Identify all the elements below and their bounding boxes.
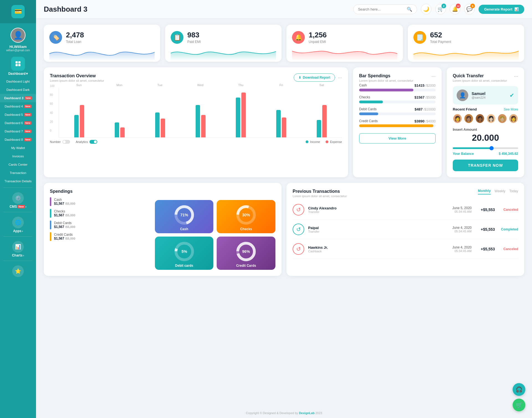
cash-amount: $1415 xyxy=(415,83,424,88)
svg-text:71%: 71% xyxy=(180,213,188,217)
debit-total: /$10000 xyxy=(424,107,436,111)
chart-bar-icon: 📊 xyxy=(514,7,519,11)
credit-vert-bar xyxy=(50,232,51,241)
svg-rect-3 xyxy=(18,64,21,66)
sidebar-section-charts[interactable]: 📊 Charts › xyxy=(0,239,36,258)
cms-label[interactable]: CMS New › xyxy=(10,205,27,209)
cash-donut-chart: 71% xyxy=(173,204,195,226)
transaction-more-button[interactable]: ··· xyxy=(338,75,342,81)
friend-avatar-5[interactable]: 👩🏼 xyxy=(497,114,507,124)
donut-debit: 5% Debit cards xyxy=(155,237,214,270)
trans-date-2: June 4, 2020 05:34:45 AM xyxy=(323,226,472,233)
trans-amount-1: +$5,553 xyxy=(475,207,495,212)
credit-total: /$4000 xyxy=(425,119,436,123)
friend-avatar-3[interactable]: 👩🏾 xyxy=(475,114,485,124)
download-report-button[interactable]: ⬇ Download Report xyxy=(294,73,335,82)
unpaid-emi-icon: 🔔 xyxy=(292,31,305,44)
sidebar-item-dashboard-7[interactable]: Dashboard 7 New xyxy=(0,127,36,135)
spending-row-checks: Checks $1567 /$5000 xyxy=(359,95,436,103)
sidebar-dashboard-label[interactable]: Dashboard ▾ xyxy=(8,71,28,77)
spending-row-cash: Cash $1415 /$2000 xyxy=(359,83,436,91)
avatar: 👤 xyxy=(11,28,25,43)
apps-label[interactable]: Apps › xyxy=(13,229,23,233)
generate-report-label: Generate Report xyxy=(484,7,512,11)
sidebar-item-my-wallet[interactable]: My Wallet xyxy=(0,144,36,152)
sidebar: 💳 👤 Hi,William william@gmail.com Dashboa… xyxy=(0,0,36,418)
search-input[interactable] xyxy=(358,7,405,11)
spending-row-debit: Debit Cards $487 /$10000 xyxy=(359,107,436,115)
sidebar-item-invoices[interactable]: Invoices xyxy=(0,152,36,160)
spendings-item-checks: Checks $1,567 /$5,000 xyxy=(50,209,150,218)
checks-donut-chart: 30% xyxy=(235,204,257,226)
friend-avatar-2[interactable]: 👩🏽 xyxy=(464,114,473,124)
dashboard3-badge: New xyxy=(25,96,32,100)
qt-avatar: 👤 xyxy=(457,89,468,101)
favorites-icon: ⭐ xyxy=(12,265,24,277)
svg-rect-1 xyxy=(18,61,21,63)
sidebar-section-apps[interactable]: 🌐 Apps › xyxy=(0,214,36,234)
headset-icon: 🎧 xyxy=(516,386,523,393)
theme-toggle-button[interactable]: 🌙 xyxy=(421,4,431,14)
total-loan-num: 2,478 xyxy=(66,31,84,39)
charts-label[interactable]: Charts › xyxy=(12,253,24,257)
transfer-now-button[interactable]: TRANSFER NOW xyxy=(453,160,518,171)
spendings-title: Spendings xyxy=(50,189,275,194)
income-label: Income xyxy=(310,140,320,143)
moon-icon: 🌙 xyxy=(423,6,429,12)
balance-label: Your Balance xyxy=(453,152,474,156)
sidebar-section-cms[interactable]: ⚙️ CMS New › xyxy=(0,190,36,210)
cart-button[interactable]: 🛒 2 xyxy=(435,4,446,14)
sidebar-logo-icon[interactable]: 💳 xyxy=(11,5,25,18)
svg-text:96%: 96% xyxy=(242,249,250,254)
trans-icon-3: ↺ xyxy=(293,243,304,255)
prev-trans-title: Previous Transactions xyxy=(293,189,347,194)
sidebar-item-dashboard-light[interactable]: Dashboard Light xyxy=(0,77,36,86)
dashboard4-badge: New xyxy=(24,105,32,108)
sidebar-section-favorites[interactable]: ⭐ xyxy=(0,263,36,279)
sidebar-item-transaction[interactable]: Transaction xyxy=(0,169,36,177)
sidebar-item-dashboard-dark[interactable]: Dashboard Dark xyxy=(0,86,36,94)
amount-slider[interactable] xyxy=(453,147,518,149)
cart-fab[interactable]: 🛒 xyxy=(513,399,525,411)
sidebar-item-cards-center[interactable]: Cards Center xyxy=(0,160,36,169)
footer-brand-link[interactable]: DexignLab xyxy=(299,411,314,415)
sidebar-item-dashboard-4[interactable]: Dashboard 4 New xyxy=(0,102,36,111)
bar-spendings-more-button[interactable]: ··· xyxy=(431,73,436,79)
insert-amount-label: Insert Amount xyxy=(453,127,518,132)
total-payment-wave xyxy=(413,45,519,61)
search-box[interactable]: 🔍 xyxy=(353,4,417,14)
friend-avatar-6[interactable]: 👩 xyxy=(509,114,518,124)
support-fab[interactable]: 🎧 xyxy=(513,383,525,396)
trans-status-2: Completed xyxy=(499,227,518,231)
search-icon: 🔍 xyxy=(407,7,412,12)
see-more-link[interactable]: See More xyxy=(504,107,518,111)
sidebar-nav: Dashboard Light Dashboard Dark Dashboard… xyxy=(0,77,36,185)
sidebar-item-dashboard-6[interactable]: Dashboard 6 New xyxy=(0,119,36,127)
tab-today[interactable]: Today xyxy=(509,189,518,194)
sidebar-item-dashboard-8[interactable]: Dashboard 8 New xyxy=(0,135,36,144)
tab-monthly[interactable]: Monthly xyxy=(478,189,491,194)
sidebar-dashboard-icon[interactable] xyxy=(11,57,25,71)
sidebar-item-transaction-details[interactable]: Transaction Details xyxy=(0,177,36,185)
stat-cards-row: 🏷️ 2,478 Total Loan 📋 983 xyxy=(44,25,524,62)
total-payment-label: Total Payment xyxy=(430,40,451,44)
friend-avatar-4[interactable]: 👩🏻 xyxy=(486,114,496,124)
expense-dot xyxy=(326,140,328,143)
friend-avatar-1[interactable]: 👩 xyxy=(453,114,462,124)
chat-button[interactable]: 💬 5 xyxy=(464,4,475,14)
notification-button[interactable]: 🔔 12 xyxy=(450,4,460,14)
unpaid-emi-num: 1,256 xyxy=(309,31,327,39)
analytics-toggle[interactable] xyxy=(89,140,97,144)
quick-transfer-more-button[interactable]: ··· xyxy=(514,73,518,79)
debit-vert-bar xyxy=(50,220,51,229)
number-toggle[interactable] xyxy=(62,140,70,144)
paid-emi-num: 983 xyxy=(187,31,201,39)
sidebar-item-dashboard-3[interactable]: Dashboard 3 New xyxy=(0,94,36,102)
view-more-button[interactable]: View More xyxy=(359,133,436,143)
fab-container: 🎧 🛒 xyxy=(513,383,525,411)
dashboard5-badge: New xyxy=(24,113,32,116)
generate-report-button[interactable]: Generate Report 📊 xyxy=(479,5,524,14)
balance-row: Your Balance $ 456,345.62 xyxy=(453,152,518,156)
sidebar-item-dashboard-5[interactable]: Dashboard 5 New xyxy=(0,111,36,119)
tab-weekly[interactable]: Weekly xyxy=(495,189,505,194)
